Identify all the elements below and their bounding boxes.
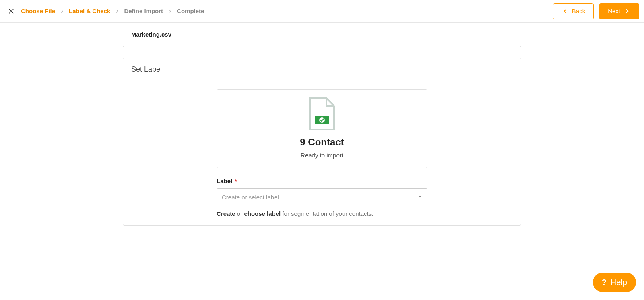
import-status-box: 9 Contact Ready to import — [217, 89, 427, 168]
file-name-card: Marketing.csv — [123, 22, 521, 47]
main-content: Marketing.csv Set Label 9 Contact Ready … — [123, 22, 521, 226]
label-field-wrap: Label * Create or select label Create or… — [217, 178, 427, 217]
back-button[interactable]: Back — [553, 3, 594, 19]
required-mark: * — [235, 178, 237, 184]
caret-down-icon — [417, 194, 422, 201]
help-label: Help — [611, 278, 627, 287]
breadcrumb: Choose File Label & Check Define Import … — [21, 8, 204, 14]
top-bar-right: Back Next — [553, 3, 639, 19]
label-select-placeholder: Create or select label — [222, 194, 279, 201]
label-field-label: Label * — [217, 178, 427, 184]
close-icon — [8, 8, 15, 15]
chevron-right-icon — [623, 8, 631, 15]
next-button-label: Next — [608, 8, 620, 14]
help-button[interactable]: ? Help — [593, 273, 636, 292]
next-button[interactable]: Next — [599, 3, 639, 19]
label-select[interactable]: Create or select label — [217, 188, 427, 205]
breadcrumb-step-complete: Complete — [177, 8, 204, 14]
chevron-right-icon — [167, 8, 173, 14]
chevron-left-icon — [561, 8, 569, 15]
contact-count: 9 Contact — [225, 137, 419, 148]
breadcrumb-step-label-check[interactable]: Label & Check — [69, 8, 110, 14]
chevron-right-icon — [59, 8, 65, 14]
label-helper-text: Create or choose label for segmentation … — [217, 210, 427, 217]
breadcrumb-step-define-import: Define Import — [124, 8, 163, 14]
top-bar: Choose File Label & Check Define Import … — [0, 0, 644, 23]
svg-point-2 — [319, 117, 325, 123]
back-button-label: Back — [572, 8, 585, 14]
svg-marker-0 — [310, 98, 334, 130]
chevron-right-icon — [114, 8, 120, 14]
set-label-panel: Set Label 9 Contact Ready to import — [123, 58, 521, 226]
ready-text: Ready to import — [225, 152, 419, 159]
help-icon: ? — [602, 278, 607, 287]
top-bar-left: Choose File Label & Check Define Import … — [7, 7, 204, 15]
file-name: Marketing.csv — [131, 31, 171, 38]
panel-title: Set Label — [123, 58, 521, 81]
panel-body: 9 Contact Ready to import Label * Create… — [123, 81, 521, 225]
breadcrumb-step-choose-file[interactable]: Choose File — [21, 8, 55, 14]
document-check-icon — [308, 97, 336, 131]
close-button[interactable] — [7, 7, 15, 15]
